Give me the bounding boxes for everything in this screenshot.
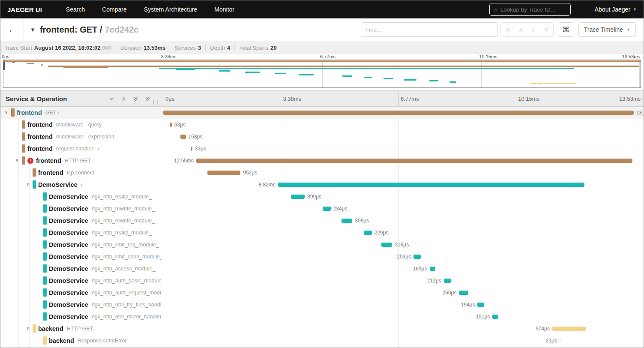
chevron-down-icon: ▼	[626, 27, 630, 32]
keyboard-shortcuts-button[interactable]: ⌘	[558, 22, 574, 37]
span-duration-bar[interactable]	[364, 231, 372, 235]
chevron-down-icon: ▼	[633, 7, 637, 12]
span-duration-bar[interactable]	[381, 243, 392, 247]
trace-services: Services 3	[170, 45, 205, 51]
span-duration-bar[interactable]	[477, 303, 484, 307]
span-tree-row[interactable]: frontendrequest handler - /	[0, 143, 161, 155]
span-tree-row[interactable]: DemoServicengx_http_auth_basic_module_	[0, 275, 161, 287]
span-graph-row[interactable]: 952μs	[161, 167, 644, 179]
span-graph-row[interactable]: 8.82ms	[161, 179, 644, 191]
total-spans-label: Total Spans	[239, 45, 268, 51]
span-duration-bar[interactable]	[180, 135, 186, 139]
span-graph-row[interactable]: 399μs	[161, 191, 644, 203]
expand-one-icon[interactable]	[121, 96, 126, 102]
span-duration-bar[interactable]	[278, 183, 585, 187]
span-graph-row[interactable]: 21μs	[161, 335, 644, 347]
span-tree-row[interactable]: DemoServicengx_http_otel_try_files_handl…	[0, 299, 161, 311]
span-color-chip	[43, 264, 47, 273]
prev-result-icon[interactable]: ∧	[518, 27, 523, 33]
span-tree-row[interactable]: frontendmiddleware - expressInit	[0, 131, 161, 143]
span-graph-row[interactable]: 974μs	[161, 323, 644, 335]
span-duration-bar[interactable]	[459, 291, 468, 295]
span-duration-bar[interactable]	[207, 171, 240, 175]
span-tree-row[interactable]: frontendtcp.connect	[0, 167, 161, 179]
span-duration-bar[interactable]	[492, 315, 497, 319]
span-duration-bar[interactable]	[560, 339, 560, 343]
span-duration-bar[interactable]	[552, 327, 586, 331]
span-graph-row[interactable]: 12.55ms	[161, 155, 644, 167]
collapse-trace-chevron-icon[interactable]: ▼	[30, 27, 36, 33]
expand-all-icon[interactable]	[145, 96, 150, 102]
span-toggle-chevron-icon[interactable]: ∨	[15, 158, 18, 162]
span-tree-row[interactable]: DemoServicengx_http_otel_mirror_handler_	[0, 311, 161, 323]
span-toggle-chevron-icon[interactable]: ∨	[5, 110, 8, 114]
trace-id-lookup-input[interactable]	[500, 6, 566, 13]
back-button[interactable]: ←	[0, 18, 24, 41]
span-duration-bar[interactable]	[430, 267, 436, 271]
span-tree-row[interactable]: frontendmiddleware - query	[0, 119, 161, 131]
span-graph-row[interactable]: 203μs	[161, 251, 644, 263]
span-duration-bar[interactable]	[413, 255, 420, 259]
span-graph-row[interactable]: 63μs	[161, 119, 644, 131]
span-graph-row[interactable]: 229μs	[161, 227, 644, 239]
find-input[interactable]	[365, 27, 493, 33]
span-tree-row[interactable]: ∨frontendGET /	[0, 107, 161, 119]
span-toggle-chevron-icon[interactable]: ∨	[26, 326, 29, 330]
span-graph-row[interactable]: 169μs	[161, 263, 644, 275]
span-duration-bar[interactable]	[323, 207, 331, 211]
span-tree-row[interactable]: DemoServicengx_http_rewrite_module_	[0, 215, 161, 227]
span-operation-name: ngx_http_otel_mirror_handler_	[92, 314, 161, 320]
span-graph-row[interactable]: 158μs	[161, 131, 644, 143]
collapse-all-icon[interactable]	[133, 96, 138, 102]
span-graph-row[interactable]: 309μs	[161, 215, 644, 227]
span-duration-bar[interactable]	[291, 195, 305, 199]
column-resizer[interactable]: ❙❙	[152, 100, 160, 105]
span-duration-bar[interactable]	[341, 219, 352, 223]
span-tree-row[interactable]: DemoServicengx_http_realip_module_	[0, 191, 161, 203]
nav-item-search[interactable]: Search	[66, 6, 85, 13]
trace-name: frontend: GET /	[40, 25, 102, 34]
span-tree-row[interactable]: ∨DemoService/	[0, 179, 161, 191]
nav-item-system-architecture[interactable]: System Architecture	[144, 6, 198, 13]
find-nav-group: ◎ ∧ ∨ ✕	[500, 22, 554, 37]
span-graph-row[interactable]: 212μs	[161, 275, 644, 287]
span-graph-row[interactable]: 260μs	[161, 287, 644, 299]
trace-minimap[interactable]	[3, 60, 641, 88]
span-service-name: DemoService	[38, 181, 78, 188]
span-duration-bar[interactable]	[196, 159, 632, 163]
span-toggle-chevron-icon[interactable]: ∨	[26, 182, 29, 186]
span-operation-name: /	[81, 182, 82, 188]
clear-find-icon[interactable]: ✕	[544, 27, 549, 33]
span-tree-row[interactable]: backendResponse.sendError	[0, 335, 161, 347]
span-graph-row[interactable]: 234μs	[161, 203, 644, 215]
span-tree-row[interactable]: ∨!frontendHTTP GET	[0, 155, 161, 167]
span-duration-bar[interactable]	[444, 279, 451, 283]
span-duration-bar[interactable]	[191, 147, 192, 151]
span-tree-row[interactable]: DemoServicengx_http_rewrite_module_	[0, 203, 161, 215]
span-operation-name: ngx_http_realip_module_	[92, 230, 152, 236]
span-graph-row[interactable]: 151μs	[161, 311, 644, 323]
span-tree-row[interactable]: ∨backendHTTP GET	[0, 323, 161, 335]
span-tree-row[interactable]: DemoServicengx_http_access_module_	[0, 263, 161, 275]
focus-target-icon[interactable]: ◎	[505, 27, 510, 33]
span-graph-row[interactable]: 13.53ms	[161, 107, 644, 119]
span-graph-row[interactable]: 33μs	[161, 143, 644, 155]
minimap-right-drag-handle[interactable]	[639, 60, 641, 87]
about-jaeger-menu[interactable]: About Jaeger ▼	[595, 6, 637, 13]
collapse-one-icon[interactable]	[109, 96, 114, 102]
nav-item-monitor[interactable]: Monitor	[214, 6, 234, 13]
span-graph-row[interactable]: 194μs	[161, 299, 644, 311]
span-duration-bar[interactable]	[163, 111, 634, 115]
span-graph-row[interactable]: 316μs	[161, 239, 644, 251]
span-tree-row[interactable]: DemoServicengx_http_limit_conn_module_	[0, 251, 161, 263]
minimap-tick-label: 0μs	[2, 54, 9, 59]
span-tree-row[interactable]: DemoServicengx_http_auth_request_module_	[0, 287, 161, 299]
span-row-text: DemoServicengx_http_limit_req_module_	[49, 241, 159, 248]
brand-jaeger-ui[interactable]: JAEGER UI	[7, 6, 42, 13]
span-tree-row[interactable]: DemoServicengx_http_limit_req_module_	[0, 239, 161, 251]
next-result-icon[interactable]: ∨	[531, 27, 536, 33]
span-duration-bar[interactable]	[170, 123, 172, 127]
trace-view-selector[interactable]: Trace Timeline ▼	[578, 22, 636, 37]
nav-item-compare[interactable]: Compare	[102, 6, 127, 13]
span-tree-row[interactable]: DemoServicengx_http_realip_module_	[0, 227, 161, 239]
